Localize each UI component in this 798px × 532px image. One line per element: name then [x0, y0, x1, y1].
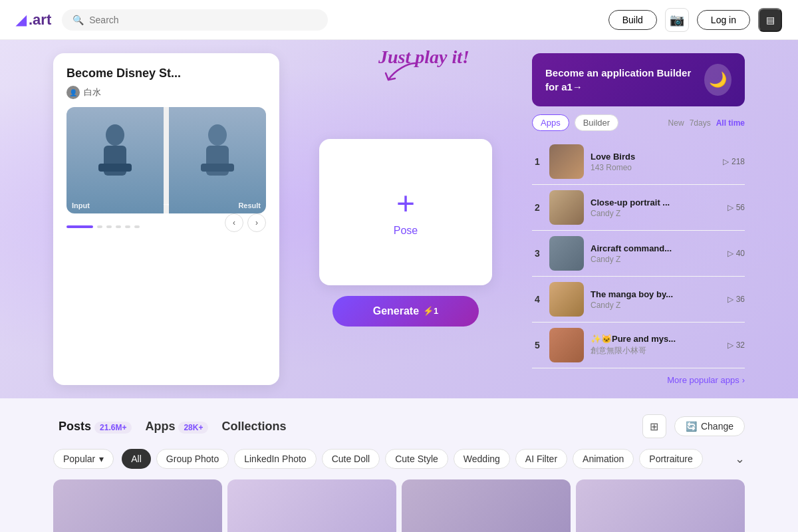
man-silhouette-svg — [92, 120, 138, 200]
tab-builder[interactable]: Builder — [575, 114, 618, 131]
menu-icon: ▤ — [766, 15, 775, 25]
man-result-silhouette-svg — [194, 120, 241, 200]
svg-point-0 — [106, 124, 124, 146]
list-item[interactable]: 2 Close-up portrait ... Candy Z ▷ 56 — [532, 185, 745, 231]
generate-button[interactable]: Generate ⚡1 — [332, 296, 479, 327]
filter-tag-ai-filter[interactable]: AI Filter — [515, 449, 567, 469]
app-rank: 2 — [532, 202, 543, 213]
hero-content: Become Disney St... 👤 白水 Input → — [53, 53, 745, 385]
pose-card[interactable]: + Pose — [319, 139, 492, 285]
apps-count-badge: 28K+ — [178, 422, 208, 434]
change-button[interactable]: 🔄 Change — [674, 416, 745, 436]
more-apps-link[interactable]: More popular apps › — [532, 368, 745, 385]
filter-tag-cute-doll[interactable]: Cute Doll — [322, 449, 380, 469]
popular-select[interactable]: Popular ▾ — [53, 449, 114, 469]
header-actions: Build 📷 Log in ▤ — [608, 8, 782, 32]
filter-tag-all[interactable]: All — [122, 449, 151, 469]
svg-point-3 — [208, 124, 227, 146]
app-thumb — [549, 144, 584, 179]
result-label: Result — [238, 201, 261, 209]
list-item[interactable]: 3 Aircraft command... Candy Z ▷ 40 — [532, 231, 745, 277]
prev-button[interactable]: ‹ — [225, 213, 243, 232]
play-count: 40 — [736, 249, 745, 258]
tab-apps[interactable]: Apps — [532, 114, 569, 131]
app-name: ✨🐱Pure and mys... — [591, 334, 721, 344]
app-rank: 4 — [532, 294, 543, 305]
search-bar[interactable]: 🔍 — [62, 9, 328, 31]
instagram-button[interactable]: 📷 — [665, 8, 689, 32]
app-info: Close-up portrait ... Candy Z — [591, 198, 721, 218]
change-label: Change — [701, 421, 733, 432]
svg-rect-5 — [201, 164, 234, 172]
promo-icon-symbol: 🌙 — [709, 71, 727, 88]
app-name: The manga boy by... — [591, 289, 721, 299]
app-author: 143 Romeo — [591, 163, 716, 172]
app-stats: ▷ 218 — [723, 157, 745, 166]
play-icon: ▷ — [728, 295, 733, 304]
app-author: Candy Z — [591, 301, 721, 310]
progress-dot-2 — [106, 225, 112, 228]
filter-alltime[interactable]: All time — [716, 118, 745, 128]
filter-tag-animation[interactable]: Animation — [573, 449, 634, 469]
bottom-section: Posts 21.6M+ Apps 28K+ Collections ⊞ 🔄 C… — [0, 398, 798, 532]
tab-posts[interactable]: Posts 21.6M+ — [53, 417, 137, 436]
play-icon: ▷ — [728, 340, 733, 350]
app-rank: 3 — [532, 248, 543, 259]
logo[interactable]: ◢ .art — [16, 11, 51, 29]
more-apps-chevron: › — [742, 375, 745, 385]
search-input[interactable] — [89, 15, 317, 25]
header: ◢ .art 🔍 Build 📷 Log in ▤ — [0, 0, 798, 40]
result-image: Result — [169, 107, 266, 213]
login-button[interactable]: Log in — [697, 10, 750, 30]
grid-view-button[interactable]: ⊞ — [642, 414, 666, 438]
filter-tag-wedding[interactable]: Wedding — [454, 449, 510, 469]
filter-tag-linkedin-photo[interactable]: LinkedIn Photo — [234, 449, 316, 469]
progress-dot-5 — [134, 225, 140, 228]
generate-label: Generate — [373, 305, 419, 317]
image-card-3 — [402, 479, 571, 532]
next-button[interactable]: › — [247, 213, 266, 232]
progress-dot-3 — [116, 225, 121, 228]
app-stats: ▷ 40 — [728, 249, 745, 258]
app-name: Aircraft command... — [591, 243, 721, 253]
app-author: Candy Z — [591, 209, 721, 218]
app-author: 創意無限小林哥 — [591, 345, 721, 356]
list-item[interactable]: 4 The manga boy by... Candy Z ▷ 36 — [532, 277, 745, 323]
build-button[interactable]: Build — [608, 10, 657, 30]
progress-dots — [66, 225, 140, 228]
filter-tags: AllGroup PhotoLinkedIn PhotoCute DollCut… — [122, 449, 702, 469]
time-filters: New 7days All time — [668, 118, 745, 128]
pose-label: Pose — [394, 225, 418, 237]
disney-card: Become Disney St... 👤 白水 Input → — [53, 53, 279, 385]
apps-tabs-row: Apps Builder New 7days All time — [532, 114, 745, 131]
hero-banner: Become Disney St... 👤 白水 Input → — [0, 40, 798, 398]
promo-text: Become an application Builder for a1→ — [545, 66, 704, 94]
filter-tag-portraiture[interactable]: Portraiture — [639, 449, 702, 469]
progress-dot-active — [66, 225, 93, 228]
list-item[interactable]: 1 Love Birds 143 Romeo ▷ 218 — [532, 139, 745, 185]
list-item[interactable]: 5 ✨🐱Pure and mys... 創意無限小林哥 ▷ 32 — [532, 323, 745, 368]
more-filters-icon[interactable]: ⌄ — [735, 452, 745, 466]
promo-banner[interactable]: Become an application Builder for a1→ 🌙 — [532, 53, 745, 106]
search-icon: 🔍 — [72, 15, 84, 25]
avatar-button[interactable]: ▤ — [758, 8, 782, 32]
filter-tag-group-photo[interactable]: Group Photo — [156, 449, 229, 469]
tab-collections[interactable]: Collections — [216, 417, 291, 436]
app-thumb — [549, 282, 584, 317]
app-info: Aircraft command... Candy Z — [591, 243, 721, 264]
image-card-4 — [576, 479, 745, 532]
popular-label: Popular — [63, 454, 95, 464]
filter-7days[interactable]: 7days — [690, 118, 711, 128]
app-stats: ▷ 32 — [728, 340, 745, 350]
play-icon: ▷ — [728, 249, 733, 258]
app-rank: 5 — [532, 340, 543, 350]
generate-credit: ⚡1 — [423, 306, 438, 316]
play-count: 32 — [736, 340, 745, 350]
curved-arrow-svg — [382, 60, 422, 86]
app-stats: ▷ 56 — [728, 203, 745, 212]
app-rank: 1 — [532, 156, 543, 167]
filter-tag-cute-style[interactable]: Cute Style — [385, 449, 448, 469]
filter-new[interactable]: New — [668, 118, 684, 128]
input-image: Input — [66, 107, 164, 213]
tab-apps-bottom[interactable]: Apps 28K+ — [140, 417, 213, 436]
